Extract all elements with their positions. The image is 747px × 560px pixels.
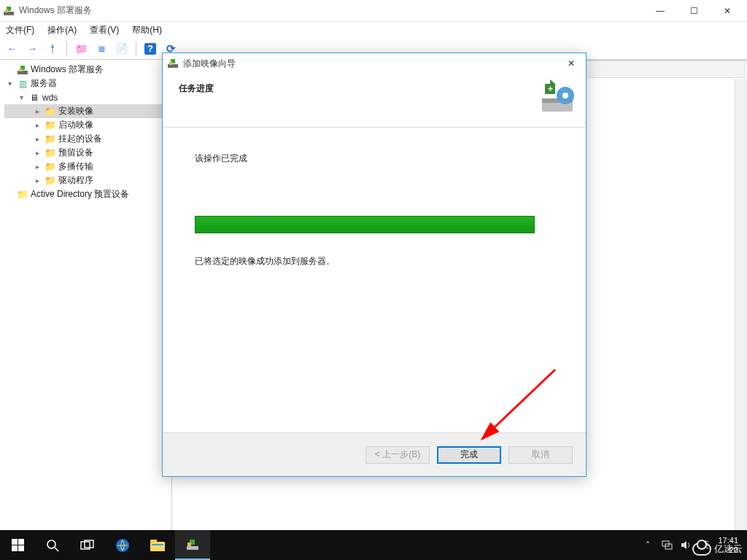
tree-boot-images[interactable]: ▸ 启动映像 — [4, 118, 171, 132]
toolbar-list-button[interactable] — [93, 40, 110, 58]
tree-root[interactable]: Windows 部署服务 — [4, 63, 171, 77]
tree-label: 多播传输 — [58, 160, 93, 173]
folder-icon — [44, 161, 56, 173]
tree-pending-devices[interactable]: ▸ 挂起的设备 — [4, 132, 171, 146]
dialog-footer: < 上一步(B) 完成 取消 — [163, 432, 586, 476]
menu-file[interactable]: 文件(F) — [4, 23, 36, 37]
tray-network-icon[interactable] — [661, 540, 673, 551]
nav-back-button[interactable] — [3, 40, 20, 58]
cancel-button: 取消 — [508, 446, 573, 464]
tree-label: 服务器 — [31, 77, 57, 90]
add-image-wizard-dialog: 添加映像向导 ✕ 任务进度 + 该操作已完成 已将选定的映像成功添加到服务器。 … — [162, 52, 587, 477]
task-view-button[interactable] — [70, 530, 105, 560]
folder-icon — [44, 147, 56, 159]
svg-rect-26 — [150, 540, 157, 543]
dialog-header: 任务进度 + — [163, 74, 586, 128]
svg-rect-17 — [18, 539, 24, 545]
dialog-titlebar[interactable]: 添加映像向导 ✕ — [163, 53, 586, 74]
taskbar-ie[interactable] — [105, 530, 140, 560]
folder-icon — [44, 133, 56, 145]
expander-icon[interactable]: ▾ — [16, 93, 26, 101]
svg-rect-16 — [12, 539, 18, 545]
expander-icon[interactable]: ▸ — [32, 135, 42, 143]
taskbar-wds[interactable] — [175, 530, 210, 560]
expander-icon[interactable]: ▾ — [4, 79, 15, 88]
wds-icon — [17, 64, 28, 76]
vertical-scrollbar[interactable] — [735, 79, 747, 530]
dialog-close-button[interactable]: ✕ — [561, 55, 581, 71]
tree-label: 驱动程序 — [58, 174, 93, 187]
tree-prestaged-devices[interactable]: ▸ 预留设备 — [4, 146, 171, 160]
tree-servers[interactable]: ▾ 服务器 — [4, 77, 171, 90]
tree-label: 预留设备 — [58, 147, 93, 159]
tray-chevron-icon[interactable]: ˄ — [642, 540, 654, 551]
watermark-text: 亿速云 — [714, 542, 743, 556]
svg-rect-28 — [187, 546, 198, 550]
svg-rect-5 — [19, 69, 22, 71]
nav-up-button[interactable] — [44, 40, 61, 58]
window-title: Windows 部署服务 — [19, 4, 92, 17]
expander-icon[interactable]: ▸ — [32, 176, 42, 184]
dialog-body: 该操作已完成 已将选定的映像成功添加到服务器。 — [163, 128, 586, 432]
folder-icon — [44, 175, 56, 187]
toolbar-separator — [66, 42, 67, 56]
svg-rect-8 — [169, 62, 172, 65]
svg-text:+: + — [548, 84, 553, 94]
start-button[interactable] — [0, 530, 35, 560]
menu-view[interactable]: 查看(V) — [88, 23, 120, 37]
tree-label: Active Directory 预置设备 — [31, 188, 129, 201]
toolbar-show-hide-button[interactable] — [72, 40, 90, 58]
tree-ad-prestaged[interactable]: Active Directory 预置设备 — [4, 187, 171, 201]
finish-button[interactable]: 完成 — [437, 446, 501, 464]
nav-forward-button[interactable] — [23, 40, 41, 58]
svg-line-21 — [55, 548, 58, 551]
svg-rect-27 — [152, 544, 163, 545]
tree-label: Windows 部署服务 — [31, 63, 104, 76]
taskbar[interactable]: ˄ 英 17:41 20 亿速云 — [0, 530, 747, 560]
tree-host[interactable]: ▾ wds — [4, 90, 171, 104]
search-button[interactable] — [35, 530, 70, 560]
operation-status-text: 该操作已完成 — [195, 152, 560, 165]
toolbar-export-button[interactable] — [113, 40, 131, 58]
window-close-button[interactable]: ✕ — [711, 0, 744, 22]
svg-point-20 — [47, 540, 55, 548]
svg-rect-2 — [5, 9, 8, 12]
toolbar-help-button[interactable] — [142, 40, 159, 58]
expander-icon[interactable]: ▸ — [32, 107, 42, 115]
window-minimize-button[interactable]: — — [643, 0, 677, 22]
folder-icon — [44, 120, 56, 131]
tree-drivers[interactable]: ▸ 驱动程序 — [4, 174, 171, 187]
toolbar-separator — [136, 42, 136, 56]
expander-icon[interactable]: ▸ — [32, 163, 42, 171]
svg-rect-19 — [18, 545, 24, 551]
wizard-graphic-icon: + — [539, 79, 576, 116]
progress-bar — [195, 216, 535, 233]
watermark: 亿速云 — [692, 542, 743, 556]
tree-label: 挂起的设备 — [58, 133, 102, 145]
computer-icon — [28, 92, 40, 104]
window-titlebar: Windows 部署服务 — ☐ ✕ — [0, 0, 747, 22]
menubar: 文件(F) 操作(A) 查看(V) 帮助(H) — [0, 22, 747, 38]
window-maximize-button[interactable]: ☐ — [677, 0, 711, 22]
tree-multicast[interactable]: ▸ 多播传输 — [4, 160, 171, 174]
expander-icon[interactable]: ▸ — [32, 149, 42, 157]
folder-icon — [44, 106, 56, 117]
back-button: < 上一步(B) — [365, 446, 430, 464]
svg-rect-30 — [187, 542, 191, 546]
svg-point-12 — [562, 93, 568, 98]
dialog-icon — [167, 58, 179, 69]
navigation-tree[interactable]: Windows 部署服务 ▾ 服务器 ▾ wds ▸ 安装映像 ▸ 启动映像 ▸… — [0, 60, 172, 530]
tree-install-images[interactable]: ▸ 安装映像 — [4, 104, 171, 118]
taskbar-explorer[interactable] — [140, 530, 175, 560]
operation-result-text: 已将选定的映像成功添加到服务器。 — [195, 255, 560, 268]
expander-icon[interactable]: ▸ — [32, 121, 42, 129]
watermark-cloud-icon — [692, 542, 711, 556]
svg-rect-18 — [12, 545, 18, 551]
app-icon — [3, 5, 15, 17]
tray-volume-icon[interactable] — [680, 540, 692, 551]
menu-help[interactable]: 帮助(H) — [131, 23, 163, 37]
dialog-headline: 任务进度 — [179, 82, 214, 95]
dialog-title: 添加映像向导 — [183, 58, 236, 70]
menu-action[interactable]: 操作(A) — [46, 23, 78, 37]
tree-label: 启动映像 — [58, 119, 93, 131]
